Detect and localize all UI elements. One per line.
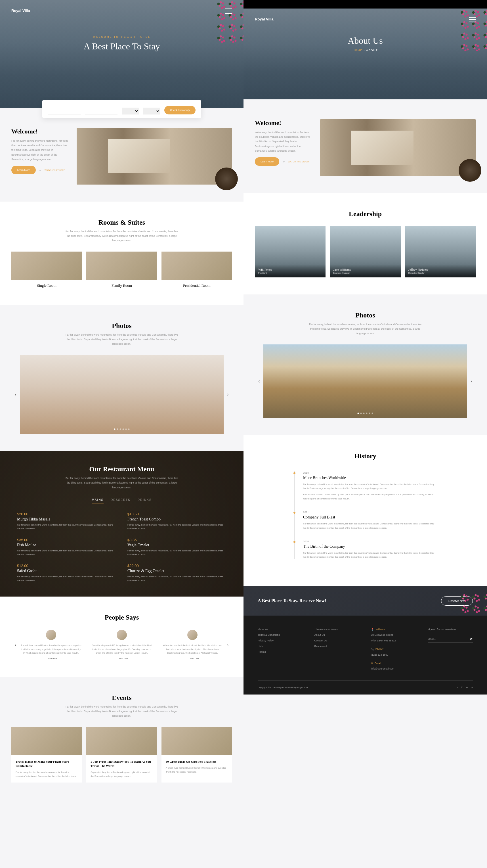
welcome-image <box>77 128 232 185</box>
tab-drinks[interactable]: DRINKS <box>138 498 152 503</box>
history-item: 2008The Birth of the CompanyFar far away… <box>303 540 436 559</box>
checkout-input[interactable] <box>85 108 118 115</box>
adults-label: Adults <box>122 104 139 106</box>
welcome-title: Welcome! <box>255 119 312 127</box>
mail-icon: ✉ <box>371 661 373 666</box>
prev-arrow-icon[interactable]: ‹ <box>255 377 263 385</box>
history-section: History 2018More Branches WorldwideFar f… <box>244 435 487 586</box>
watch-video-link[interactable]: WATCH THE VIDEO <box>288 160 309 163</box>
event-image <box>161 727 232 755</box>
vimeo-icon[interactable]: V <box>472 686 473 689</box>
history-item-title: Company Full Blast <box>303 515 436 520</box>
next-arrow-icon[interactable]: › <box>224 641 232 649</box>
check-availability-button[interactable]: Check Availability <box>164 106 196 115</box>
tab-mains[interactable]: MAINS <box>92 498 104 503</box>
carousel-dots[interactable] <box>114 429 130 430</box>
menu-price: $10.50 <box>127 512 226 516</box>
testimonial: Even the all-powerful Pointing has no co… <box>91 630 153 660</box>
carousel-dots[interactable] <box>358 412 373 414</box>
facebook-icon[interactable]: f <box>457 686 457 689</box>
leader-card[interactable]: Will PetersPresident <box>255 226 326 277</box>
menu-name: Murgh Tikka Masala <box>17 517 116 522</box>
phone-label: 📞Phone: <box>371 647 416 652</box>
prev-arrow-icon[interactable]: ‹ <box>11 641 20 649</box>
room-card[interactable]: Presidential Room <box>161 252 232 288</box>
next-arrow-icon[interactable]: › <box>224 390 232 399</box>
about-page: Royal Villa About Us HOME · ABOUT Welcom… <box>244 0 487 800</box>
checkin-input[interactable] <box>48 108 80 115</box>
menu-item: $12.00Safed GoshtFar far away, behind th… <box>17 564 116 582</box>
newsletter-input[interactable] <box>428 637 470 641</box>
footer-link[interactable]: Terms & Conditions <box>258 632 303 638</box>
leader-card[interactable]: Jeffrey NedderyMarketing Director <box>405 226 476 277</box>
footer-link[interactable]: Contact Us <box>315 638 360 644</box>
event-card[interactable]: 5 Job Types That Aallow You To Earn As Y… <box>86 727 157 782</box>
adults-select[interactable] <box>122 107 139 115</box>
leader-name: Jane Williams <box>333 268 397 271</box>
footer-link[interactable]: Restaurant <box>315 644 360 649</box>
leader-role: President <box>258 272 322 274</box>
footer-link[interactable]: The Rooms & Suites <box>315 627 360 632</box>
testimonial-name: — John Doe <box>20 657 82 660</box>
flowers-decoration <box>459 8 487 51</box>
hero: Royal Villa About Us HOME · ABOUT <box>244 8 487 99</box>
leader-card[interactable]: Jane WilliamsBusiness Manager <box>330 226 400 277</box>
event-card[interactable]: 30 Great Ideas On Gifts For TravelersA s… <box>161 727 232 782</box>
avatar <box>187 630 197 640</box>
hamburger-icon[interactable] <box>469 17 476 22</box>
footer-link[interactable]: Rooms <box>258 649 303 655</box>
menu-desc: Far far away, behind the word mountains,… <box>17 549 116 557</box>
email-value[interactable]: info@youremail.com <box>371 666 416 672</box>
history-desc: Far far away, behind the word mountains,… <box>303 522 436 530</box>
menu-desc: Far far away, behind the word mountains,… <box>127 523 226 531</box>
phone-value[interactable]: (123) 123-1997 <box>371 652 416 658</box>
footer-newsletter: Sign up for our newsletter ➤ <box>428 627 473 672</box>
pin-icon: 📍 <box>371 627 374 632</box>
history-year: 2018 <box>303 471 436 474</box>
footer-link[interactable]: Privacy Policy <box>258 638 303 644</box>
event-title: 30 Great Ideas On Gifts For Travelers <box>166 760 228 764</box>
brand-logo[interactable]: Royal Villa <box>11 8 232 13</box>
twitter-icon[interactable]: 𝕏 <box>461 686 463 689</box>
photo-slide <box>20 354 224 434</box>
tab-desserts[interactable]: DESSERTS <box>111 498 131 503</box>
children-select[interactable] <box>143 107 160 115</box>
room-card[interactable]: Single Room <box>11 252 82 288</box>
room-card[interactable]: Family Room <box>86 252 157 288</box>
footer-link[interactable]: Help <box>258 644 303 649</box>
rooms-desc: Far far away, behind the word mountains,… <box>65 229 178 243</box>
event-card[interactable]: Travel Hacks to Make Your Flight More Co… <box>11 727 82 782</box>
hamburger-icon[interactable] <box>225 8 232 13</box>
welcome-section: Welcome! Far far away, behind the word m… <box>0 108 244 202</box>
footer-link[interactable]: About Us <box>315 632 360 638</box>
next-arrow-icon[interactable]: › <box>467 377 476 385</box>
welcome-desc: We're way, behind the word mountains, fa… <box>255 130 312 153</box>
welcome-circle-image <box>459 159 481 182</box>
footer-link[interactable]: About Us <box>258 627 303 632</box>
history-title: History <box>255 452 476 460</box>
menu-desc: Far far away, behind the word mountains,… <box>127 549 226 557</box>
event-desc: A small river named Duden flows by their… <box>166 766 228 774</box>
leadership-title: Leadership <box>255 210 476 218</box>
event-desc: Far far away, behind the word mountains,… <box>15 770 78 778</box>
avatar <box>46 630 56 640</box>
learn-more-button[interactable]: Learn More <box>255 157 279 166</box>
event-image <box>86 727 157 755</box>
phone-icon: 📞 <box>371 647 374 652</box>
watch-video-link[interactable]: WATCH THE VIDEO <box>44 169 66 172</box>
cta-section: A Best Place To Stay. Reserve Now! Reser… <box>244 586 487 616</box>
children-label: Children <box>143 104 160 106</box>
hero: Royal Villa WELCOME TO ★★★★★ HOTEL A Bes… <box>0 0 244 108</box>
history-item: 2011Company Full BlastFar far away, behi… <box>303 511 436 530</box>
learn-more-button[interactable]: Learn More <box>11 166 36 174</box>
brand-logo[interactable]: Royal Villa <box>255 17 476 21</box>
room-name: Family Room <box>86 283 157 288</box>
people-section: People Says ‹ A small river named Duden … <box>0 596 244 677</box>
address-label: 📍Address: <box>371 627 416 632</box>
breadcrumb-home[interactable]: HOME <box>353 49 362 52</box>
history-desc: Far far away, behind the word mountains,… <box>303 551 436 559</box>
linkedin-icon[interactable]: in <box>466 686 468 689</box>
menu-price: $22.00 <box>127 564 226 568</box>
newsletter-submit-icon[interactable]: ➤ <box>470 637 473 641</box>
prev-arrow-icon[interactable]: ‹ <box>11 390 20 399</box>
